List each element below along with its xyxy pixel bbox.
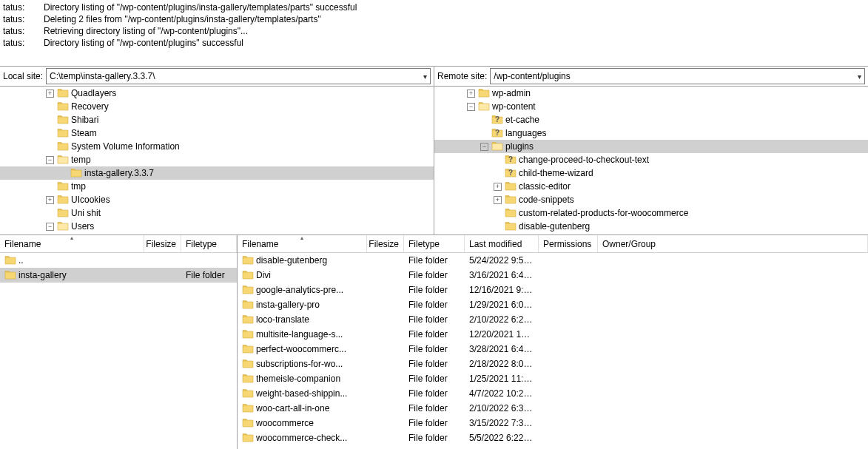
folder-icon [57,87,69,99]
expander-placeholder [59,169,67,178]
collapse-icon[interactable]: − [480,143,488,151]
tree-item[interactable]: tmp [0,180,434,193]
folder-icon [242,402,254,414]
collapse-icon[interactable]: − [467,103,475,111]
list-item[interactable]: woocommerce-check... File folder 5/5/202… [238,431,868,445]
tree-item-label: disable-gutenberg [519,221,590,232]
tree-item[interactable]: Steam [0,126,434,140]
status-row: tatus: Directory listing of "/wp-content… [0,37,868,49]
folder-icon [242,373,254,385]
list-item[interactable]: insta-gallery File folder [0,268,237,283]
collapse-icon[interactable]: − [46,156,54,164]
tree-item[interactable]: ? change-proceed-to-checkout-text [434,153,868,166]
expander-placeholder [480,116,488,124]
remote-list-body[interactable]: disable-gutenberg File folder 5/24/2022 … [238,253,868,449]
status-message: Deleting 2 files from "/wp-content/plugi… [44,14,865,24]
list-item[interactable]: disable-gutenberg File folder 5/24/2022 … [238,253,868,268]
tree-item[interactable]: + UIcookies [0,193,434,206]
file-name: disable-gutenberg [256,255,327,266]
tree-item[interactable]: − temp [0,153,434,166]
col-owner-group[interactable]: Owner/Group [598,235,868,252]
tree-item-label: System Volume Information [71,141,180,152]
file-type: File folder [404,433,465,443]
list-item[interactable]: insta-gallery-pro File folder 1/29/2021 … [238,297,868,312]
tree-item[interactable]: + classic-editor [434,180,868,193]
list-item[interactable]: .. [0,253,237,268]
file-modified: 2/18/2022 8:03:... [465,359,539,369]
local-pane: Local site: C:\temp\insta-gallery.3.3.7\… [0,67,434,234]
local-path-combo[interactable]: C:\temp\insta-gallery.3.3.7\ ▾ [46,68,431,84]
list-item[interactable]: Divi File folder 3/16/2021 6:49:... [238,268,868,283]
tree-item-label: et-cache [505,115,539,125]
tree-item-label: custom-related-products-for-woocommerce [519,208,688,218]
tree-item[interactable]: custom-related-products-for-woocommerce [434,206,868,220]
file-modified: 2/10/2022 6:35:... [465,403,539,413]
tree-item[interactable]: System Volume Information [0,140,434,153]
col-filename[interactable]: Filename [0,235,144,252]
tree-item[interactable]: ? et-cache [434,113,868,126]
tree-item[interactable]: + Quadlayers [0,87,434,100]
tree-item[interactable]: Recovery [0,100,434,113]
col-filename[interactable]: Filename [238,235,367,252]
file-name: loco-translate [256,314,309,325]
col-filesize[interactable]: Filesize [367,235,404,252]
list-item[interactable]: google-analytics-pre... File folder 12/1… [238,283,868,297]
status-log[interactable]: tatus: Directory listing of "/wp-content… [0,0,868,67]
list-item[interactable]: weight-based-shippin... File folder 4/7/… [238,386,868,401]
file-name: insta-gallery-pro [256,300,320,310]
tree-item[interactable]: ? child-theme-wizard [434,166,868,180]
tree-item[interactable]: − plugins [434,140,868,153]
expand-icon[interactable]: + [46,196,54,204]
folder-icon [242,343,254,355]
list-item[interactable]: multisite-language-s... File folder 12/2… [238,327,868,342]
tree-item-label: child-theme-wizard [519,168,593,178]
folder-icon [505,194,517,206]
file-modified: 3/15/2022 7:33:... [465,418,539,428]
remote-path-combo[interactable]: /wp-content/plugins ▾ [490,68,865,84]
folder-q-icon: ? [491,127,503,139]
tree-item[interactable]: Uni shit [0,206,434,220]
local-list-header[interactable]: Filename Filesize Filetype [0,235,237,253]
tree-item[interactable]: ? languages [434,126,868,140]
tree-item-label: Shibari [71,115,98,125]
list-item[interactable]: themeisle-companion File folder 1/25/202… [238,371,868,386]
col-last-modified[interactable]: Last modified [465,235,539,252]
folder-open-icon [57,220,69,232]
tree-item[interactable]: + code-snippets [434,193,868,206]
list-item[interactable]: subscriptions-for-wo... File folder 2/18… [238,357,868,371]
tree-item[interactable]: + wp-admin [434,87,868,100]
list-item[interactable]: perfect-woocommerc... File folder 3/28/2… [238,342,868,357]
tree-item-label: Uni shit [71,208,101,218]
expand-icon[interactable]: + [494,196,502,204]
expand-icon[interactable]: + [494,183,502,191]
col-filetype[interactable]: Filetype [181,235,237,252]
remote-file-list: Filename Filesize Filetype Last modified… [238,235,868,449]
folder-icon [242,254,254,266]
folder-icon [505,207,517,219]
expander-placeholder [494,223,502,231]
local-tree[interactable]: + Quadlayers Recovery Shibari Steam Syst… [0,87,434,234]
tree-item[interactable]: Shibari [0,113,434,126]
list-item[interactable]: woocommerce File folder 3/15/2022 7:33:.… [238,416,868,431]
tree-item[interactable]: insta-gallery.3.3.7 [0,166,434,180]
remote-list-header[interactable]: Filename Filesize Filetype Last modified… [238,235,868,253]
col-permissions[interactable]: Permissions [539,235,598,252]
local-list-body[interactable]: .. insta-gallery File folder [0,253,237,449]
list-item[interactable]: loco-translate File folder 2/10/2022 6:2… [238,312,868,327]
list-item[interactable]: woo-cart-all-in-one File folder 2/10/202… [238,401,868,416]
file-name: .. [18,255,24,266]
file-name: themeisle-companion [256,374,340,384]
tree-item[interactable]: disable-gutenberg [434,220,868,233]
collapse-icon[interactable]: − [46,223,54,231]
col-filesize[interactable]: Filesize [144,235,181,252]
folder-icon [57,207,69,219]
col-filetype[interactable]: Filetype [404,235,465,252]
tree-item-label: Quadlayers [71,88,116,98]
tree-item-label: Users [71,221,94,232]
tree-item[interactable]: − Users [0,220,434,233]
remote-tree[interactable]: + wp-admin − wp-content ? et-cache ? lan… [434,87,868,234]
tree-item[interactable]: − wp-content [434,100,868,113]
file-name: google-analytics-pre... [256,285,343,295]
expand-icon[interactable]: + [46,90,54,98]
expand-icon[interactable]: + [467,90,475,98]
